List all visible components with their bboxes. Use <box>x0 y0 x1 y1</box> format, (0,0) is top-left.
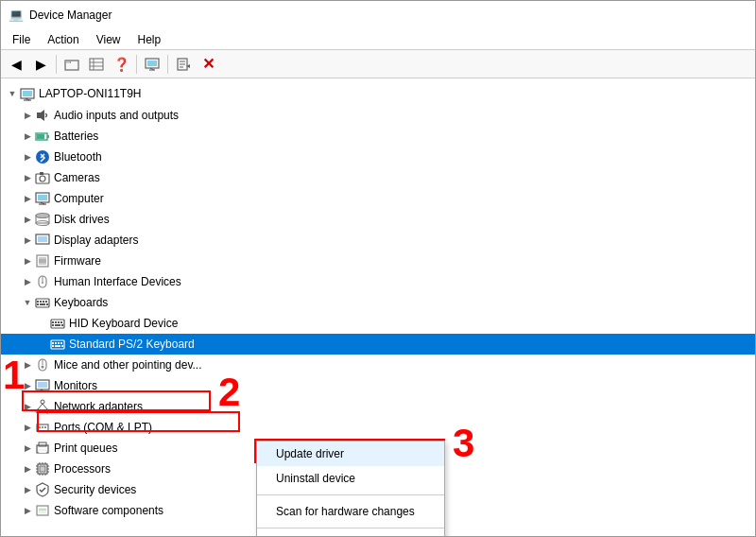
network-label: Network adapters <box>54 400 143 413</box>
hid-keyboard-label: HID Keyboard Device <box>69 317 178 330</box>
delete-button[interactable]: ✕ <box>197 53 219 76</box>
monitor-button[interactable] <box>141 53 163 76</box>
software-icon <box>35 503 50 518</box>
disk-icon <box>35 212 50 227</box>
device-scan-button[interactable] <box>172 53 195 76</box>
svg-rect-22 <box>47 135 49 138</box>
tree-item-ps2-keyboard[interactable]: ▶ Standard PS/2 Keyboard <box>1 334 755 355</box>
tree-item-batteries[interactable]: ▶ Batteries <box>1 126 755 147</box>
firmware-label: Firmware <box>54 254 101 268</box>
bluetooth-expander[interactable]: ▶ <box>20 149 35 165</box>
tree-item-audio[interactable]: ▶ Audio inputs and outputs <box>1 105 755 126</box>
help-button[interactable]: ❓ <box>110 53 132 76</box>
mice-expander[interactable]: ▶ <box>20 357 35 372</box>
tree-root[interactable]: ▼ LAPTOP-ONI11T9H <box>1 82 755 105</box>
printq-expander[interactable]: ▶ <box>20 441 35 456</box>
svg-rect-86 <box>39 450 46 453</box>
toolbar-separator-1 <box>56 55 57 74</box>
menu-view[interactable]: View <box>89 31 129 48</box>
svg-rect-36 <box>38 236 47 242</box>
tree-item-keyboards[interactable]: ▼ Keyboards <box>1 292 755 313</box>
open-button[interactable] <box>60 53 83 76</box>
tree-item-firmware[interactable]: ▶ Firmware <box>1 251 755 271</box>
svg-point-34 <box>36 214 49 218</box>
firmware-icon <box>35 253 50 268</box>
ports-icon <box>35 420 50 435</box>
menu-action[interactable]: Action <box>40 31 86 48</box>
back-button[interactable]: ◀ <box>5 53 27 76</box>
cameras-label: Cameras <box>54 171 100 184</box>
svg-rect-29 <box>38 195 47 200</box>
monitors-expander[interactable]: ▶ <box>20 378 35 393</box>
menu-bar: File Action View Help <box>1 29 755 50</box>
monitors-icon <box>35 378 50 393</box>
svg-point-26 <box>40 176 45 182</box>
device-manager-window: 💻 Device Manager File Action View Help ◀… <box>0 0 756 537</box>
audio-expander[interactable]: ▶ <box>20 108 35 123</box>
network-expander[interactable]: ▶ <box>20 399 35 414</box>
security-label: Security devices <box>54 483 136 496</box>
display-expander[interactable]: ▶ <box>20 233 35 248</box>
root-expander[interactable]: ▼ <box>5 86 20 101</box>
keyboards-expander[interactable]: ▼ <box>20 295 35 310</box>
hid-keyboard-icon <box>50 316 65 331</box>
menu-file[interactable]: File <box>5 31 38 48</box>
keyboards-icon <box>35 295 50 310</box>
ctx-update-driver[interactable]: Update driver <box>257 442 444 466</box>
tree-content: ▼ LAPTOP-ONI11T9H ▶ <box>1 78 755 536</box>
software-expander[interactable]: ▶ <box>20 503 35 518</box>
processors-expander[interactable]: ▶ <box>20 461 35 476</box>
list-button[interactable] <box>85 53 108 76</box>
svg-rect-2 <box>66 61 70 63</box>
network-icon <box>35 399 50 414</box>
svg-rect-56 <box>60 321 62 323</box>
processors-icon <box>35 461 50 476</box>
tree-item-ports[interactable]: ▶ Ports (COM & LPT) <box>1 417 755 438</box>
security-expander[interactable]: ▶ <box>20 482 35 497</box>
disk-label: Disk drives <box>54 213 110 226</box>
toolbar: ◀ ▶ ❓ <box>1 50 755 78</box>
hid-label: Human Interface Devices <box>54 275 181 288</box>
ctx-properties[interactable]: Properties <box>257 532 444 536</box>
tree-item-bluetooth[interactable]: ▶ Bluetooth <box>1 147 755 167</box>
svg-rect-46 <box>40 301 42 303</box>
mice-icon <box>35 357 50 372</box>
title-bar: 💻 Device Manager <box>1 1 755 29</box>
tree-item-computer[interactable]: ▶ Computer <box>1 188 755 209</box>
tree-item-hid[interactable]: ▶ Human Interface Devices <box>1 271 755 292</box>
tree-item-mice[interactable]: ▶ Mice and other pointing dev... <box>1 355 755 375</box>
svg-rect-51 <box>46 303 48 305</box>
svg-rect-61 <box>52 342 54 344</box>
tree-item-network[interactable]: ▶ Network adapters <box>1 396 755 417</box>
ports-expander[interactable]: ▶ <box>20 420 35 435</box>
tree-item-disk[interactable]: ▶ Disk drives <box>1 209 755 230</box>
toolbar-separator-2 <box>136 55 137 74</box>
batteries-label: Batteries <box>54 130 98 143</box>
batteries-expander[interactable]: ▶ <box>20 129 35 144</box>
svg-rect-60 <box>51 340 64 349</box>
svg-rect-23 <box>37 134 44 139</box>
svg-rect-58 <box>55 324 60 326</box>
forward-button[interactable]: ▶ <box>29 53 52 76</box>
computer-icon <box>35 191 50 206</box>
hid-expander[interactable]: ▶ <box>20 274 35 289</box>
svg-rect-102 <box>39 508 46 513</box>
tree-item-hid-keyboard[interactable]: ▶ HID Keyboard Device <box>1 313 755 334</box>
tree-item-display[interactable]: ▶ Display adapters <box>1 230 755 251</box>
svg-rect-3 <box>90 59 103 70</box>
disk-expander[interactable]: ▶ <box>20 212 35 227</box>
computer-expander[interactable]: ▶ <box>20 191 35 206</box>
ctx-scan-hardware[interactable]: Scan for hardware changes <box>257 499 444 524</box>
ctx-uninstall-device[interactable]: Uninstall device <box>257 466 444 491</box>
tree-item-cameras[interactable]: ▶ Cameras <box>1 167 755 188</box>
root-label: LAPTOP-ONI11T9H <box>39 87 141 100</box>
svg-point-82 <box>42 426 43 428</box>
computer-label: Computer <box>54 192 104 205</box>
menu-help[interactable]: Help <box>130 31 169 48</box>
bluetooth-label: Bluetooth <box>54 150 102 164</box>
tree-item-monitors[interactable]: ▶ Monitors <box>1 375 755 396</box>
firmware-expander[interactable]: ▶ <box>20 253 35 268</box>
window-title: Device Manager <box>29 9 112 22</box>
cameras-expander[interactable]: ▶ <box>20 170 35 185</box>
ports-label: Ports (COM & LPT) <box>54 421 152 434</box>
